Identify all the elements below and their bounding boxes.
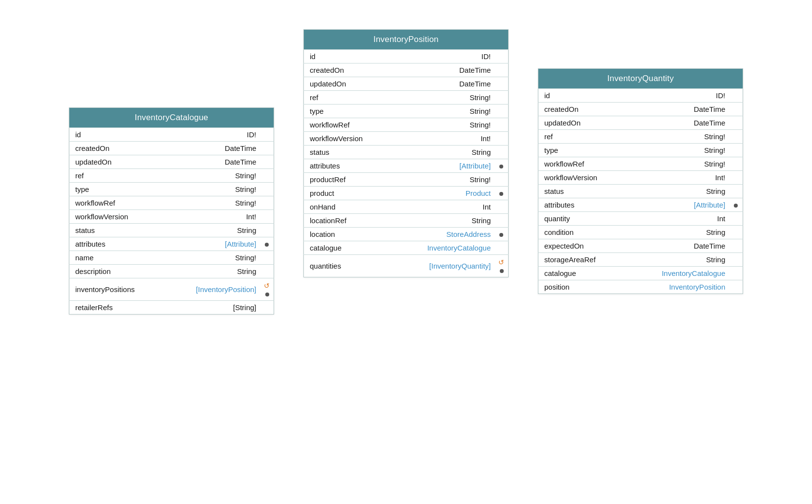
inventory-position-header: InventoryPosition xyxy=(304,30,509,50)
field-type: [Attribute] xyxy=(630,198,731,212)
field-type: String xyxy=(168,224,262,237)
table-row: expectedOnDateTime xyxy=(538,239,743,253)
connector-dot xyxy=(734,204,738,208)
field-name: id xyxy=(69,128,168,142)
connector-cell: ↺ xyxy=(262,278,274,301)
connector-cell xyxy=(497,63,509,77)
field-name: workflowVersion xyxy=(538,171,630,185)
connector-cell xyxy=(497,200,509,214)
table-row: refString! xyxy=(69,169,274,183)
connector-cell xyxy=(262,155,274,169)
table-row: typeString! xyxy=(538,144,743,157)
field-type: StoreAddress xyxy=(396,228,497,241)
field-name: workflowRef xyxy=(538,157,630,171)
table-row: nameString! xyxy=(69,251,274,265)
table-row: quantities[InventoryQuantity]↺ xyxy=(304,255,509,277)
table-row: statusString xyxy=(538,185,743,198)
field-type: [InventoryQuantity] xyxy=(396,255,497,277)
connector-cell xyxy=(731,171,743,185)
field-type: String! xyxy=(396,118,497,132)
table-row: updatedOnDateTime xyxy=(69,155,274,169)
connector-cell xyxy=(497,50,509,63)
field-name: createdOn xyxy=(69,142,168,155)
field-type: InventoryPosition xyxy=(630,280,731,294)
table-row: productRefString! xyxy=(304,173,509,187)
table-row: inventoryPositions[InventoryPosition]↺ xyxy=(69,278,274,301)
field-name: expectedOn xyxy=(538,239,630,253)
field-name: attributes xyxy=(69,237,168,251)
field-type: String! xyxy=(168,251,262,265)
field-type: String! xyxy=(630,144,731,157)
field-name: catalogue xyxy=(538,267,630,280)
table-row: refString! xyxy=(538,130,743,144)
connector-cell xyxy=(731,212,743,226)
field-name: condition xyxy=(538,226,630,239)
connector-cell xyxy=(731,157,743,171)
connector-cell xyxy=(262,251,274,265)
field-type: String! xyxy=(168,169,262,183)
connector-cell xyxy=(497,173,509,187)
field-type: Product xyxy=(396,187,497,200)
field-name: status xyxy=(304,146,396,159)
connector-cell xyxy=(731,267,743,280)
connector-cell xyxy=(497,105,509,118)
field-name: inventoryPositions xyxy=(69,278,168,301)
field-type: Int! xyxy=(630,171,731,185)
connector-cell xyxy=(497,146,509,159)
field-name: workflowRef xyxy=(69,196,168,210)
inventory-quantity-header: InventoryQuantity xyxy=(538,69,743,89)
connector-cell xyxy=(262,142,274,155)
table-row: statusString xyxy=(69,224,274,237)
connector-dot xyxy=(500,269,504,273)
connector-cell xyxy=(497,77,509,91)
table-row: refString! xyxy=(304,91,509,105)
field-type: InventoryCatalogue xyxy=(630,267,731,280)
connector-cell xyxy=(731,116,743,130)
table-row: workflowVersionInt! xyxy=(69,210,274,224)
connector-cell xyxy=(497,187,509,200)
field-name: workflowRef xyxy=(304,118,396,132)
connector-cell xyxy=(262,196,274,210)
field-type: String! xyxy=(630,130,731,144)
field-name: ref xyxy=(538,130,630,144)
table-row: productProduct xyxy=(304,187,509,200)
field-type: Int xyxy=(630,212,731,226)
field-name: updatedOn xyxy=(538,116,630,130)
field-type: Int xyxy=(396,200,497,214)
field-type: String! xyxy=(168,196,262,210)
field-name: quantity xyxy=(538,212,630,226)
connector-cell xyxy=(731,226,743,239)
field-name: createdOn xyxy=(304,63,396,77)
field-type: DateTime xyxy=(396,77,497,91)
field-name: storageAreaRef xyxy=(538,253,630,267)
table-row: workflowRefString! xyxy=(538,157,743,171)
field-type: DateTime xyxy=(168,155,262,169)
connector-cell xyxy=(731,198,743,212)
table-row: idID! xyxy=(304,50,509,63)
field-name: status xyxy=(69,224,168,237)
field-type: String! xyxy=(396,91,497,105)
field-name: workflowVersion xyxy=(304,132,396,146)
field-type: InventoryCatalogue xyxy=(396,241,497,255)
connector-dot xyxy=(265,243,269,247)
table-row: idID! xyxy=(69,128,274,142)
table-row: conditionString xyxy=(538,226,743,239)
connector-cell xyxy=(262,183,274,196)
table-row: updatedOnDateTime xyxy=(304,77,509,91)
field-type: String xyxy=(396,214,497,228)
table-row: locationRefString xyxy=(304,214,509,228)
table-row: updatedOnDateTime xyxy=(538,116,743,130)
field-name: retailerRefs xyxy=(69,301,168,315)
field-name: ref xyxy=(304,91,396,105)
table-row: catalogueInventoryCatalogue xyxy=(304,241,509,255)
field-name: locationRef xyxy=(304,214,396,228)
field-type: String! xyxy=(396,105,497,118)
connector-cell xyxy=(262,301,274,315)
field-name: position xyxy=(538,280,630,294)
field-type: String xyxy=(630,185,731,198)
table-row: createdOnDateTime xyxy=(69,142,274,155)
field-name: id xyxy=(304,50,396,63)
connector-cell xyxy=(497,132,509,146)
table-row: workflowRefString! xyxy=(69,196,274,210)
field-name: attributes xyxy=(304,159,396,173)
